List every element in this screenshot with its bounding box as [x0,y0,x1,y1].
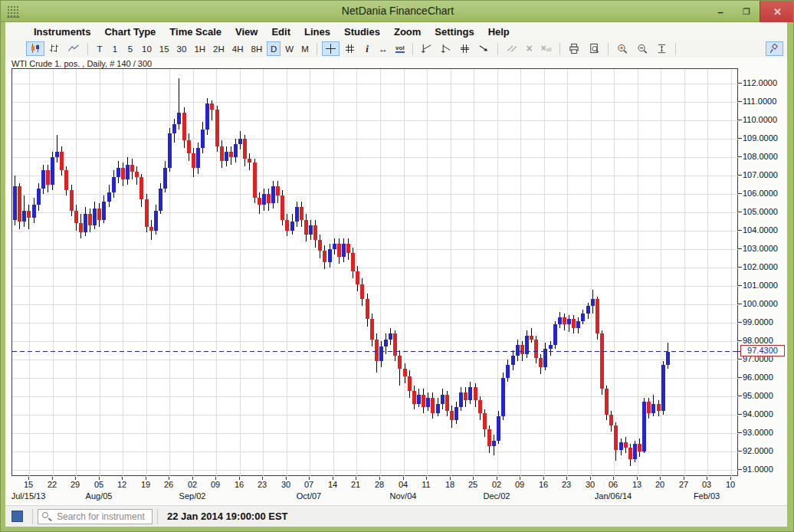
menu-lines[interactable]: Lines [297,25,337,39]
menu-bar: InstrumentsChart TypeTime ScaleViewEditL… [5,23,787,40]
price-axis-label: 109.0000 [743,133,787,143]
volume-button[interactable]: vol [392,41,408,56]
price-axis-label: 108.0000 [743,152,787,161]
price-axis-label: 101.0000 [743,281,787,290]
price-axis-tick [738,138,742,139]
menu-help[interactable]: Help [481,25,517,39]
timescale-tick-button[interactable]: T [93,41,107,56]
grid-toggle-button[interactable] [341,41,359,56]
maximize-button[interactable]: ❐ [733,1,760,22]
crosshair-button[interactable] [322,41,340,56]
timescale-monthly-button[interactable]: M [298,41,312,56]
menu-edit[interactable]: Edit [264,25,297,39]
price-axis-tick [738,322,742,323]
current-price-dash [733,351,740,352]
toolbar-separator [608,43,609,55]
toolbar-right [765,41,784,56]
menu-chart-type[interactable]: Chart Type [97,25,162,39]
time-axis-month-label: Oct/07 [282,491,336,501]
print-button[interactable] [565,41,583,56]
close-button[interactable]: ✕ [760,1,794,22]
time-axis-month-label: Jul/15/13 [2,491,55,501]
price-axis-tick [738,304,742,304]
price-axis-tick [738,212,742,212]
price-axis-tick [738,432,742,433]
price-axis-tick [738,101,742,102]
price-axis-label: 91.0000 [743,465,787,474]
expand-horizontal-button[interactable]: ↔ [376,41,391,56]
parallel-channel-button[interactable] [456,41,474,56]
search-input[interactable] [38,509,153,524]
timescale-1h-button[interactable]: 1H [191,41,208,56]
toolbar-separator [317,43,317,55]
status-bar: 22 Jan 2014 19:00:00 EST [5,505,787,527]
price-axis-tick [738,285,742,286]
price-axis-tick [738,396,742,396]
price-axis-label: 106.0000 [743,189,787,198]
menu-studies[interactable]: Studies [337,25,387,39]
line-chart-button[interactable] [64,41,83,56]
time-axis-month-label: Aug/05 [72,491,126,501]
timescale-2h-button[interactable]: 2H [210,41,228,56]
info-button[interactable]: i [360,41,374,56]
timescale-4h-button[interactable]: 4H [229,41,247,56]
timescale-8h-button[interactable]: 8H [248,41,266,56]
timescale-weekly-button[interactable]: W [282,41,297,56]
time-axis-week-label: 10 [717,480,744,489]
toolbar-separator [559,43,560,55]
candlestick-chart-button[interactable] [26,41,44,56]
minimize-button[interactable]: – [707,1,733,22]
price-axis-tick [738,120,742,120]
title-bar: NetDania FinanceChart – ❐ ✕ [1,1,794,22]
delete-all-lines-button[interactable]: ×all [538,41,555,56]
ray-line-button[interactable] [475,41,493,56]
menu-time-scale[interactable]: Time Scale [162,25,228,39]
timescale-5-button[interactable]: 5 [123,41,137,56]
time-axis-month-label: Feb/03 [680,491,733,501]
window-title: NetDania FinanceChart [1,5,794,17]
trend-line-up-button[interactable] [418,41,435,56]
zoom-in-button[interactable] [613,41,632,56]
toolbar-separator [675,43,676,55]
time-axis-month-label: Sep/02 [166,491,219,501]
zoom-out-button[interactable] [633,41,651,56]
price-axis-label: 112.0000 [743,78,787,87]
parallel-lines-button[interactable] [503,41,521,56]
time-axis-month-label: Jan/06/14 [586,491,640,501]
price-axis-tick [738,156,742,157]
menu-settings[interactable]: Settings [428,25,481,39]
fit-vertical-button[interactable] [653,41,671,56]
menu-view[interactable]: View [228,25,264,39]
delete-line-button[interactable]: × [523,41,536,56]
price-axis-label: 96.0000 [743,373,787,382]
price-axis-label: 95.0000 [743,391,787,400]
price-axis-tick [738,267,742,268]
time-axis-month-label: Nov/04 [376,491,430,501]
pin-window-button[interactable] [766,41,783,56]
current-price-label: 97.4300 [740,345,785,356]
price-axis-label: 103.0000 [743,244,787,253]
menu-instruments[interactable]: Instruments [27,25,97,39]
price-axis-tick [738,359,742,360]
toolbar: T151015301H2H4H8HDWMi↔vol××all [5,40,787,57]
bar-chart-button[interactable] [46,41,63,56]
candlestick-plot[interactable] [11,68,738,476]
price-axis-label: 107.0000 [743,170,787,179]
price-axis-label: 92.0000 [743,446,787,455]
price-axis-tick [738,340,742,341]
print-preview-button[interactable] [585,41,603,56]
price-axis-tick [738,193,742,194]
trend-line-down-button[interactable] [437,41,454,56]
timescale-daily-button[interactable]: D [267,41,281,56]
timescale-30-button[interactable]: 30 [174,41,190,56]
menu-zoom[interactable]: Zoom [387,25,428,39]
search-icon [42,512,48,518]
price-axis-tick [738,248,742,249]
instrument-label: WTI Crude 1. pos. , Daily, # 140 / 300 [11,59,152,68]
timescale-15-button[interactable]: 15 [156,41,172,56]
timescale-10-button[interactable]: 10 [139,41,155,56]
timescale-1-button[interactable]: 1 [108,41,122,56]
price-axis-tick [738,230,742,231]
price-axis-label: 110.0000 [743,115,787,124]
price-axis-label: 93.0000 [743,428,787,437]
